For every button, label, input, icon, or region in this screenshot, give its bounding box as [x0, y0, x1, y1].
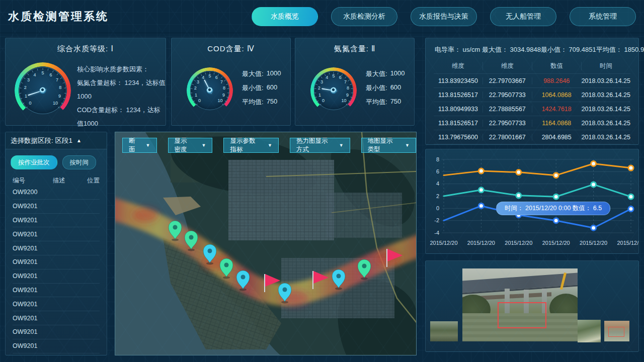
column-header: 维度: [434, 62, 483, 70]
header: 水质检测管理系统 水质概览水质检测分析水质报告与决策无人船管理系统管理: [0, 0, 644, 33]
site-photo-thumb[interactable]: [430, 321, 458, 341]
map-dropdown-3[interactable]: 热力图显示方式▼: [290, 138, 350, 153]
list-item[interactable]: OW9201: [13, 214, 100, 228]
list-item[interactable]: OW9201: [13, 241, 100, 255]
nav-item-4[interactable]: 系统管理: [570, 7, 636, 26]
section-tabs: 按作业批次按时间: [11, 155, 96, 169]
data-point[interactable]: [628, 207, 633, 212]
cell-longitude: 113.79675600: [434, 134, 483, 141]
list-item[interactable]: OW9201: [13, 255, 100, 269]
list-column-header: 位置: [73, 176, 100, 185]
item-id: OW9200: [13, 189, 37, 196]
gauge-scale-number: 0: [29, 101, 32, 106]
data-point[interactable]: [516, 170, 521, 175]
stat-value: 750: [267, 98, 278, 107]
sensor-table-header: 维度维度数值时间: [434, 58, 630, 74]
data-point[interactable]: [553, 194, 558, 199]
data-point[interactable]: [516, 193, 521, 198]
gauge-scale-number: 1: [195, 93, 197, 98]
gauge-hub: [40, 87, 46, 94]
card-ammonia: 氨氮含量: Ⅱ 012345678910 最大值:1000 最小值:600 平均…: [295, 38, 415, 126]
list-item[interactable]: OW9201: [13, 200, 100, 214]
stat-value: 1000: [390, 69, 405, 78]
cell-latitude: 22.79507733: [483, 92, 532, 99]
table-row: 113.8152651722.795077331064.08682018.03.…: [434, 88, 630, 102]
data-point[interactable]: [591, 225, 596, 230]
data-point[interactable]: [628, 194, 633, 199]
data-point[interactable]: [478, 168, 484, 173]
map-dropdown-4[interactable]: 地图显示类型▼: [361, 138, 416, 153]
gauge-scale-number: 8: [223, 85, 225, 90]
cell-longitude: 113.83923450: [434, 77, 483, 84]
list-item[interactable]: OW9201: [13, 269, 100, 284]
list-item[interactable]: OW9201: [13, 311, 100, 325]
table-row: 113.8152651722.795077331164.08682018.03.…: [434, 116, 630, 130]
item-id: OW9201: [13, 328, 37, 335]
y-tick-label: 6: [436, 168, 439, 174]
cell-latitude: 22.78001667: [483, 134, 532, 141]
gauge-scale-number: 8: [59, 85, 61, 90]
gauge-scale-number: 0: [322, 98, 325, 103]
tab-by-batch[interactable]: 按作业批次: [11, 155, 57, 169]
data-point[interactable]: [591, 182, 596, 187]
cell-time: 2018.03.26.14.25: [582, 134, 630, 141]
gauge-tick: [64, 93, 66, 94]
list-item[interactable]: OW9201: [13, 284, 100, 298]
map-dropdown-2[interactable]: 显示参数指标▼: [223, 138, 278, 153]
data-point[interactable]: [553, 173, 558, 178]
photo-panel: [425, 260, 639, 352]
site-photo-thumb[interactable]: [578, 320, 601, 342]
gauge-scale-number: 4: [33, 72, 36, 77]
map-dropdown-0[interactable]: 断面▼: [122, 138, 157, 153]
item-id: OW9201: [13, 342, 37, 349]
gauge-cod: 012345678910: [187, 67, 233, 114]
chevron-down-icon: ▼: [268, 143, 272, 148]
list-item[interactable]: OW9201: [13, 297, 100, 311]
data-point[interactable]: [478, 203, 484, 208]
tab-by-time[interactable]: 按时间: [62, 155, 97, 169]
list-item[interactable]: OW9201: [13, 325, 100, 339]
cell-time: 2018.03.26.14.25: [582, 106, 630, 113]
nav-item-3[interactable]: 无人船管理: [490, 7, 556, 26]
data-point[interactable]: [478, 188, 484, 193]
page-title: 水质检测管理系统: [8, 9, 109, 24]
gauge-scale-number: 5: [208, 73, 211, 78]
dropdown-label: 断面: [129, 137, 137, 154]
nav-item-1[interactable]: 水质检测分析: [331, 7, 397, 26]
gauge-scale-number: 0: [198, 98, 201, 103]
cell-value: 988.2646: [532, 77, 582, 84]
item-id: OW9201: [13, 245, 37, 252]
trend-chart-panel: 86420-2-42015/12/202015/12/202015/12/202…: [425, 149, 639, 254]
gauge-scale-number: 2: [318, 85, 320, 90]
map-toolbar: 断面▼显示密度▼显示参数指标▼热力图显示方式▼地图显示类型▼: [122, 138, 416, 153]
nav-item-2[interactable]: 水质报告与决策: [411, 7, 477, 26]
gauge-tick: [351, 93, 353, 93]
conductivity-panel: 电导率： us/cm 最大值： 3034.9848最小值： 709.4851平均…: [425, 38, 639, 145]
site-photo-main[interactable]: [462, 268, 578, 341]
data-point[interactable]: [628, 165, 633, 170]
map[interactable]: 断面▼显示密度▼显示参数指标▼热力图显示方式▼地图显示类型▼: [115, 132, 417, 355]
data-point[interactable]: [591, 161, 596, 166]
collapse-icon[interactable]: ▲: [76, 138, 82, 143]
stat-label: 最小值:: [366, 83, 387, 93]
gauge-scale-number: 1: [25, 94, 27, 99]
gauge-scale-number: 2: [194, 85, 197, 90]
item-id: OW9201: [13, 287, 37, 294]
list-item[interactable]: OW9201: [13, 339, 100, 353]
list-item[interactable]: OW9201: [13, 227, 100, 241]
gauge-scale-number: 1: [318, 93, 321, 98]
conductivity-summary: 电导率： us/cm 最大值： 3034.9848最小值： 709.4851平均…: [435, 45, 644, 54]
map-dropdown-1[interactable]: 显示密度▼: [168, 138, 213, 153]
list-item[interactable]: OW9200: [13, 186, 100, 200]
cell-longitude: 113.81526517: [434, 92, 483, 99]
column-header: 数值: [532, 62, 582, 70]
gauge-scale-number: 7: [56, 77, 58, 82]
gauge-scale-number: 10: [341, 98, 346, 103]
site-photo-thumb[interactable]: [604, 321, 629, 341]
gauge-scale-number: 9: [346, 93, 349, 98]
nav-item-0[interactable]: 水质概览: [252, 7, 318, 26]
chart-tooltip: 时间： 2015/12/20 0:00 数值： 6.5: [496, 202, 610, 215]
item-id: OW9201: [13, 217, 37, 224]
series-line-orange: [444, 164, 631, 175]
data-point[interactable]: [553, 218, 558, 223]
